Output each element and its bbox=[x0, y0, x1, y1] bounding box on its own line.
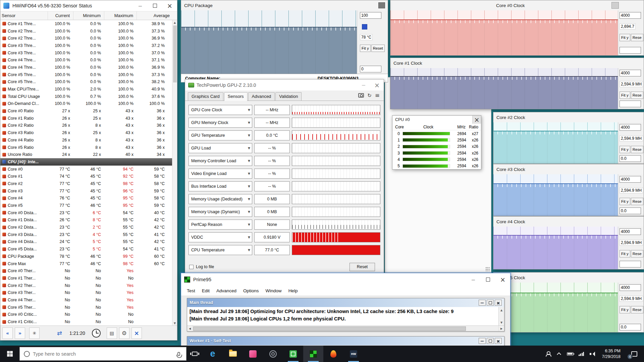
scroll-right-icon[interactable] bbox=[498, 326, 504, 331]
menu-item[interactable]: Test bbox=[184, 287, 198, 295]
minimize-button[interactable] bbox=[357, 79, 370, 90]
minimize-button[interactable] bbox=[479, 300, 486, 306]
close-button[interactable] bbox=[495, 273, 510, 286]
sensor-row[interactable]: Core #1 Ratio 26 x 25 x 43 x 36 x bbox=[0, 115, 172, 122]
sensor-row[interactable]: Core #3 77 °C 45 °C 96 °C 59 °C bbox=[0, 187, 172, 195]
y-max-input[interactable] bbox=[620, 12, 641, 19]
sensor-row[interactable]: Core #3 Dista... 23 °C 4 °C 55 °C 41 °C bbox=[0, 231, 172, 238]
close-button[interactable] bbox=[495, 300, 502, 306]
sensor-row[interactable]: Core #5 Thre... 100.0 % 0.0 % 100.0 % 37… bbox=[0, 71, 172, 78]
sensor-row[interactable]: Core #4 Ther... No No Yes bbox=[0, 296, 172, 304]
y-min-input[interactable] bbox=[620, 155, 641, 162]
menu-item[interactable]: Help bbox=[285, 287, 301, 295]
fit-y-button[interactable]: Fit y bbox=[620, 92, 630, 99]
reset-button[interactable]: Rese bbox=[631, 306, 643, 313]
reset-button[interactable]: Rese bbox=[631, 92, 643, 99]
sensor-dropdown[interactable]: Memory Usage (Dedicated) bbox=[189, 194, 252, 204]
sensor-row[interactable]: Core #3 Thre... 100.0 % 0.0 % 100.0 % 37… bbox=[0, 49, 172, 57]
y-max-input[interactable] bbox=[360, 12, 381, 19]
sensor-row[interactable]: Core #4 Ratio 26 x 8 x 43 x 36 x bbox=[0, 136, 172, 144]
settings-gear-icon[interactable] bbox=[119, 327, 129, 339]
sensor-row[interactable]: Core #5 Thre... 100.0 % 0.0 % 100.0 % 38… bbox=[0, 78, 172, 86]
sensor-row[interactable]: Core #4 Thre... 100.0 % 0.0 % 100.0 % 37… bbox=[0, 56, 172, 64]
start-button[interactable] bbox=[0, 346, 19, 362]
sensor-row[interactable]: Core #2 Ther... No No Yes bbox=[0, 282, 172, 289]
taskbar-app-icon[interactable] bbox=[283, 346, 303, 362]
log-to-file-checkbox[interactable] bbox=[189, 265, 194, 269]
menu-icon[interactable] bbox=[375, 92, 380, 99]
sensor-row[interactable]: Core #5 Dista... 23 °C 5 °C 54 °C 41 °C bbox=[0, 245, 172, 253]
nav-back-button[interactable] bbox=[2, 327, 13, 339]
sensor-row[interactable]: Core #2 Thre... 100.0 % 0.0 % 100.0 % 36… bbox=[0, 35, 172, 42]
sensor-dropdown[interactable]: GPU Load bbox=[189, 143, 252, 153]
tray-overflow-button[interactable] bbox=[553, 346, 565, 362]
nav-forward-button[interactable] bbox=[15, 327, 25, 339]
child-titlebar[interactable]: Main thread bbox=[187, 298, 504, 307]
restore-button[interactable] bbox=[487, 300, 494, 306]
y-min-input[interactable] bbox=[620, 101, 641, 107]
clock-icon[interactable] bbox=[92, 329, 101, 338]
minimize-button[interactable] bbox=[133, 0, 148, 11]
sensor-row[interactable]: Core #0 Dista... 23 °C 6 °C 54 °C 40 °C bbox=[0, 209, 172, 217]
fit-y-button[interactable]: Fit y bbox=[620, 198, 630, 205]
y-max-input[interactable] bbox=[620, 70, 641, 76]
sensor-row[interactable]: Max CPU/Thre... 100.0 % 2.0 % 100.0 % 40… bbox=[0, 85, 172, 93]
y-max-input[interactable] bbox=[620, 124, 641, 131]
column-sensor[interactable]: Sensor bbox=[0, 11, 48, 20]
microphone-icon[interactable] bbox=[177, 352, 180, 356]
sensor-row[interactable]: Uncore Ratio 24 x 22 x 40 x 34 x bbox=[0, 151, 172, 158]
tab[interactable]: Advanced bbox=[248, 92, 275, 101]
sensor-dropdown[interactable]: GPU Core Clock bbox=[189, 105, 252, 115]
reset-button[interactable]: Rese bbox=[631, 146, 643, 153]
fit-y-button[interactable]: Fit y bbox=[620, 34, 630, 41]
battery-button[interactable] bbox=[565, 346, 576, 362]
sensor-row[interactable]: CPU [#0]: Inte... bbox=[0, 158, 172, 166]
sensor-row[interactable]: Core #2 77 °C 45 °C 98 °C 58 °C bbox=[0, 180, 172, 187]
column-current[interactable]: Current bbox=[48, 11, 73, 20]
vertical-scrollbar[interactable] bbox=[172, 20, 177, 325]
y-min-input[interactable] bbox=[620, 47, 641, 54]
column-minimum[interactable]: Minimum bbox=[73, 11, 104, 20]
network-button[interactable] bbox=[576, 346, 587, 362]
scroll-down-icon[interactable] bbox=[172, 321, 177, 325]
sensor-row[interactable]: Core #3 Thre... 100.0 % 0.0 % 100.0 % 37… bbox=[0, 42, 172, 49]
sensor-row[interactable]: Core #2 Ratio 26 x 8 x 43 x 36 x bbox=[0, 122, 172, 129]
y-max-input[interactable] bbox=[620, 228, 641, 235]
sensor-dropdown[interactable]: PerfCap Reason bbox=[189, 220, 252, 230]
sensor-row[interactable]: Core #1 Dista... 26 °C 8 °C 55 °C 42 °C bbox=[0, 217, 172, 224]
camera-icon[interactable] bbox=[358, 93, 364, 98]
y-max-input[interactable] bbox=[620, 284, 641, 291]
sensor-row[interactable]: CPU Package 78 °C 46 °C 99 °C 60 °C bbox=[0, 253, 172, 260]
titlebar-button[interactable] bbox=[611, 2, 619, 9]
titlebar[interactable]: Core #5 Clock bbox=[493, 273, 644, 283]
titlebar[interactable]: Core #1 Clock bbox=[390, 58, 644, 68]
sensor-row[interactable]: Core #1 Critic... No No No bbox=[0, 318, 172, 325]
reset-button[interactable]: Rese bbox=[631, 198, 643, 205]
sensor-row[interactable]: Core #1 Ther... No No No bbox=[0, 275, 172, 282]
sensor-row[interactable]: Core #2 Dista... 23 °C 2 °C 55 °C 42 °C bbox=[0, 224, 172, 231]
sensor-row[interactable]: Core #3 Ratio 26 x 25 x 43 x 36 x bbox=[0, 129, 172, 136]
taskbar-app-icon[interactable] bbox=[323, 346, 343, 362]
taskbar-app-icon[interactable] bbox=[303, 346, 323, 362]
fit-y-button[interactable]: Fit y bbox=[620, 250, 630, 257]
taskbar-clock[interactable]: 6:35 PM 7/29/2018 bbox=[598, 348, 625, 360]
sensor-row[interactable]: Core #5 77 °C 46 °C 95 °C 59 °C bbox=[0, 202, 172, 209]
sensor-row[interactable]: Core #4 Dista... 24 °C 5 °C 55 °C 42 °C bbox=[0, 238, 172, 246]
restore-button[interactable] bbox=[487, 338, 494, 344]
sensor-row[interactable]: Core #0 Critic... No No No bbox=[0, 311, 172, 318]
sensor-row[interactable]: Core #4 76 °C 45 °C 95 °C 58 °C bbox=[0, 195, 172, 202]
close-button[interactable] bbox=[162, 0, 177, 11]
fit-y-button[interactable]: Fit y bbox=[360, 45, 371, 52]
people-button[interactable] bbox=[542, 346, 553, 362]
sensor-row[interactable]: Core #0 77 °C 46 °C 94 °C 59 °C bbox=[0, 166, 172, 173]
taskbar-app-icon[interactable] bbox=[263, 346, 283, 362]
close-button[interactable] bbox=[472, 116, 481, 124]
titlebar[interactable]: CPU Package bbox=[181, 0, 388, 10]
y-max-input[interactable] bbox=[620, 176, 641, 183]
sensor-dropdown[interactable]: GPU Memory Clock bbox=[189, 118, 252, 128]
titlebar[interactable]: TechPowerUp GPU-Z 2.10.0 bbox=[185, 79, 384, 90]
menu-item[interactable]: Edit bbox=[199, 287, 213, 295]
fan-icon[interactable] bbox=[29, 327, 40, 339]
refresh-icon[interactable] bbox=[367, 92, 372, 99]
tab[interactable]: Validation bbox=[275, 92, 302, 101]
